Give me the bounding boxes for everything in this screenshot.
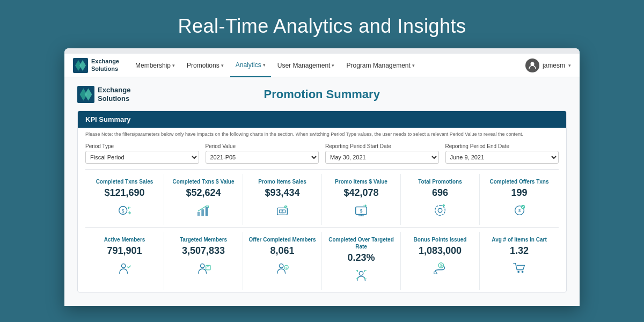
svg-text:$: $: [281, 209, 283, 213]
user-chevron: ▾: [568, 63, 571, 68]
kpi-row-2: Active Members 791,901 Targeted Memb: [78, 228, 566, 292]
nav-items: Membership ▾ Promotions ▾ Analytics ▾ Us…: [130, 54, 525, 77]
kpi-cell-targeted-members: Targeted Members 3,507,833: [164, 232, 243, 290]
filter-start-date-select[interactable]: May 30, 2021: [325, 151, 439, 164]
trending-up-icon: [196, 203, 211, 221]
browser-chrome: [64, 48, 580, 54]
kpi-bonus-points-issued-label: Bonus Points Issued: [414, 236, 467, 243]
svg-rect-9: [197, 211, 200, 215]
user-avatar: [525, 58, 539, 72]
nav-program-management[interactable]: Program Management ▾: [341, 54, 420, 77]
kpi-cell-bonus-points-issued: Bonus Points Issued 1,083,000 $: [401, 232, 480, 290]
kpi-cell-active-members: Active Members 791,901: [85, 232, 164, 290]
report-brand-logo-icon: [77, 86, 94, 103]
filter-start-date-label: Reporting Period Start Date: [325, 143, 439, 149]
shopping-cart-icon: [512, 261, 527, 279]
kpi-promo-items-sales-value: $93,434: [265, 187, 299, 199]
filter-end-date-select[interactable]: June 9, 2021: [445, 151, 559, 164]
svg-rect-11: [206, 207, 208, 216]
filters-row: Period Type Fiscal Period Period Value 2…: [78, 140, 566, 169]
hero-title: Real-Time Analytics and Insights: [178, 0, 466, 48]
kpi-bonus-points-issued-value: 1,083,000: [419, 245, 462, 257]
filter-period-type: Period Type Fiscal Period: [85, 143, 199, 164]
kpi-completed-offers-txns-value: 199: [511, 187, 527, 199]
report-brand-name: Exchange Solutions: [98, 86, 130, 103]
kpi-completed-txns-value-label: Completed Txns $ Value: [172, 178, 234, 185]
kpi-targeted-members-value: 3,507,833: [182, 245, 225, 257]
analytics-chevron: ▾: [263, 62, 266, 68]
svg-point-23: [200, 264, 204, 267]
person-scan-icon: [354, 268, 369, 286]
nav-user-management[interactable]: User Management ▾: [272, 54, 340, 77]
kpi-header: KPI Summary: [78, 111, 566, 128]
user-management-chevron: ▾: [332, 63, 334, 68]
svg-text:$: $: [122, 208, 125, 213]
kpi-offer-completed-members-label: Offer Completed Members: [248, 236, 316, 243]
kpi-active-members-label: Active Members: [104, 236, 145, 243]
promotions-chevron: ▾: [221, 63, 224, 68]
person-offer-icon: $: [275, 261, 290, 279]
cash-register-icon: $: [275, 203, 290, 221]
browser-window: Exchange Solutions Membership ▾ Promotio…: [64, 48, 580, 306]
kpi-section: KPI Summary Please Note: the filters/par…: [77, 111, 567, 292]
kpi-total-promotions-value: 696: [432, 187, 448, 199]
offer-complete-icon: $: [512, 203, 527, 221]
program-management-chevron: ▾: [412, 63, 415, 68]
kpi-completed-over-targeted-rate-label: Completed Over Targeted Rate: [324, 236, 398, 250]
filter-start-date: Reporting Period Start Date May 30, 2021: [325, 143, 439, 164]
nav-analytics[interactable]: Analytics ▾: [230, 54, 271, 77]
svg-text:$: $: [518, 208, 521, 213]
kpi-cell-total-promotions: Total Promotions 696: [401, 174, 480, 225]
monitor-dollar-icon: $: [354, 203, 369, 221]
filter-period-type-select[interactable]: Fiscal Period: [85, 151, 199, 164]
filter-end-date-label: Reporting Period End Date: [445, 143, 559, 149]
kpi-completed-txns-value-value: $52,624: [186, 187, 221, 199]
filter-end-date: Reporting Period End Date June 9, 2021: [445, 143, 559, 164]
kpi-avg-items-in-cart-value: 1.32: [510, 245, 529, 257]
kpi-promo-items-sales-label: Promo Items Sales: [258, 178, 306, 185]
kpi-active-members-value: 791,901: [107, 245, 142, 257]
kpi-completed-txns-sales-label: Completed Txns Sales: [96, 178, 153, 185]
membership-chevron: ▾: [172, 63, 175, 68]
svg-point-18: [438, 208, 442, 212]
filter-period-value-select[interactable]: 2021-P05: [206, 151, 319, 164]
kpi-note: Please Note: the filters/parameters belo…: [78, 128, 566, 140]
kpi-completed-over-targeted-rate-value: 0.23%: [347, 252, 375, 264]
nav-user: jamesm ▾: [525, 58, 571, 72]
kpi-cell-completed-txns-value: Completed Txns $ Value $52,624: [164, 174, 243, 225]
report-header: Exchange Solutions Promotion Summary: [77, 86, 567, 103]
svg-point-22: [121, 264, 125, 267]
kpi-row-1: Completed Txns Sales $121,690 $: [78, 170, 566, 227]
kpi-total-promotions-label: Total Promotions: [418, 178, 462, 185]
user-name-label: jamesm: [543, 62, 565, 69]
nav-membership[interactable]: Membership ▾: [130, 54, 180, 77]
app-container: Exchange Solutions Membership ▾ Promotio…: [64, 54, 580, 306]
kpi-cell-promo-items-sales: Promo Items Sales $93,434 $: [243, 174, 322, 225]
navbar-brand-name: Exchange Solutions: [91, 58, 119, 72]
kpi-cell-completed-over-targeted-rate: Completed Over Targeted Rate 0.23%: [322, 232, 401, 290]
kpi-cell-offer-completed-members: Offer Completed Members 8,061 $: [243, 232, 322, 290]
person-check-icon: [117, 261, 132, 279]
kpi-offer-completed-members-value: 8,061: [270, 245, 294, 257]
navbar: Exchange Solutions Membership ▾ Promotio…: [64, 54, 580, 77]
svg-point-25: [279, 264, 283, 267]
filter-period-value: Period Value 2021-P05: [206, 143, 319, 164]
kpi-cell-promo-items-dollar-value: Promo Items $ Value $42,078 $: [322, 174, 401, 225]
brand-logo: Exchange Solutions: [73, 58, 119, 73]
kpi-completed-offers-txns-label: Completed Offers Txns: [489, 178, 548, 185]
kpi-targeted-members-label: Targeted Members: [180, 236, 227, 243]
brand-logo-icon: [73, 58, 88, 73]
svg-point-32: [521, 270, 523, 273]
svg-rect-10: [201, 209, 204, 216]
nav-promotions[interactable]: Promotions ▾: [181, 54, 229, 77]
report-brand: Exchange Solutions: [77, 86, 130, 103]
money-transfer-icon: $: [117, 203, 132, 221]
svg-point-31: [517, 270, 519, 273]
kpi-avg-items-in-cart-label: Avg # of Items in Cart: [492, 236, 546, 243]
kpi-cell-completed-offers-txns: Completed Offers Txns 199 $: [480, 174, 559, 225]
kpi-completed-txns-sales-value: $121,690: [104, 187, 144, 199]
filter-period-type-label: Period Type: [85, 143, 199, 149]
kpi-promo-items-dollar-value-value: $42,078: [343, 187, 378, 199]
svg-text:$: $: [360, 208, 363, 213]
main-content[interactable]: Exchange Solutions Promotion Summary KPI…: [64, 77, 580, 306]
